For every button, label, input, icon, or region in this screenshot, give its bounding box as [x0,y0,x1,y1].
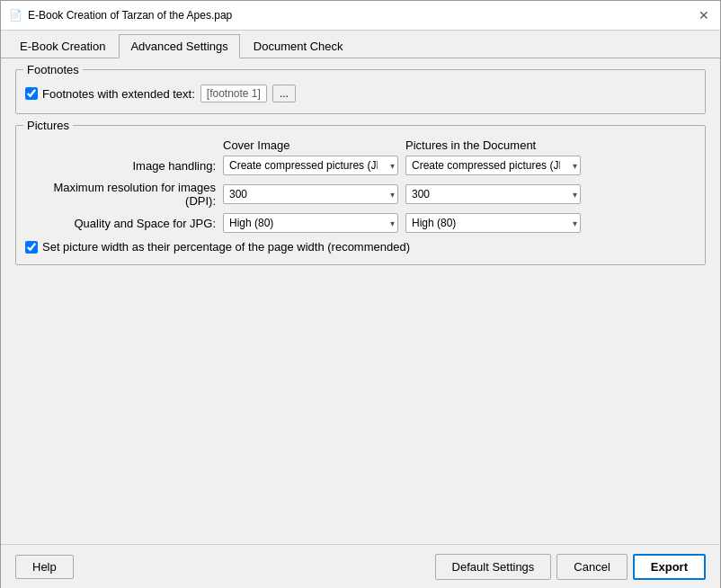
quality-space-cover-select[interactable]: Low (20) Medium (50) High (80) Maximum (… [223,213,398,233]
footnote-tag: [footnote 1] [200,85,267,102]
quality-space-doc-select[interactable]: Low (20) Medium (50) High (80) Maximum (… [405,213,581,233]
max-resolution-cover-select[interactable]: 72 96 150 300 600 [223,184,398,204]
max-resolution-doc-wrapper: 72 96 150 300 600 ▾ [405,184,581,204]
tab-advanced-settings[interactable]: Advanced Settings [119,34,239,58]
window-icon: 📄 [8,8,22,22]
title-bar: 📄 E-Book Creation of Tarzan of the Apes.… [1,1,720,31]
window-title: E-Book Creation of Tarzan of the Apes.pa… [28,9,232,22]
footer: Help Default Settings Cancel Export [1,544,720,588]
title-bar-left: 📄 E-Book Creation of Tarzan of the Apes.… [8,8,232,22]
picture-width-label[interactable]: Set picture width as their percentage of… [25,240,410,254]
footnotes-content: Footnotes with extended text: [footnote … [25,85,696,102]
main-window: 📄 E-Book Creation of Tarzan of the Apes.… [0,0,721,588]
tab-ebook-creation[interactable]: E-Book Creation [8,34,117,58]
tab-bar: E-Book Creation Advanced Settings Docume… [1,31,720,58]
footnotes-checkbox-label[interactable]: Footnotes with extended text: [25,87,195,101]
image-handling-doc-select[interactable]: Create compressed pictures (JPG) Keep or… [405,156,581,175]
max-resolution-row: Maximum resolution for images (DPI): 72 … [25,181,696,208]
max-resolution-cover-wrapper: 72 96 150 300 600 ▾ [223,184,398,204]
footnotes-row: Footnotes with extended text: [footnote … [25,85,696,102]
max-resolution-label: Maximum resolution for images (DPI): [25,181,223,208]
footnotes-label-text: Footnotes with extended text: [42,87,195,101]
picture-width-checkbox[interactable] [25,241,38,254]
max-resolution-doc-select[interactable]: 72 96 150 300 600 [405,184,581,204]
footnotes-group: Footnotes Footnotes with extended text: … [15,69,706,114]
image-handling-cover-wrapper: Create compressed pictures (JPG) Keep or… [223,156,398,175]
picture-width-text: Set picture width as their percentage of… [42,240,410,254]
footnotes-ellipsis-button[interactable]: ... [272,85,296,102]
content-area: Footnotes Footnotes with extended text: … [1,58,720,544]
image-handling-doc-wrapper: Create compressed pictures (JPG) Keep or… [405,156,581,175]
pictures-group: Pictures Cover Image Pictures in the Doc… [15,125,706,265]
export-button[interactable]: Export [633,554,706,580]
quality-space-row: Quality and Space for JPG: Low (20) Medi… [25,213,696,233]
footer-right: Default Settings Cancel Export [435,554,706,580]
default-settings-button[interactable]: Default Settings [435,554,552,580]
quality-space-label: Quality and Space for JPG: [25,217,223,230]
pictures-content: Cover Image Pictures in the Document Ima… [25,138,696,254]
help-button[interactable]: Help [15,555,74,579]
col-header-doc: Pictures in the Document [405,138,581,152]
image-handling-label: Image handling: [25,159,223,173]
image-handling-row: Image handling: Create compressed pictur… [25,156,696,175]
pictures-title: Pictures [23,119,73,132]
tab-document-check[interactable]: Document Check [242,34,355,58]
close-button[interactable]: ✕ [695,6,713,24]
footer-left: Help [15,555,74,579]
image-handling-cover-select[interactable]: Create compressed pictures (JPG) Keep or… [223,156,398,175]
footnotes-checkbox[interactable] [25,87,38,100]
picture-width-row: Set picture width as their percentage of… [25,240,696,254]
quality-space-cover-wrapper: Low (20) Medium (50) High (80) Maximum (… [223,213,398,233]
cancel-button[interactable]: Cancel [556,554,627,580]
pictures-header-row: Cover Image Pictures in the Document [223,138,696,152]
quality-space-doc-wrapper: Low (20) Medium (50) High (80) Maximum (… [405,213,581,233]
col-header-cover: Cover Image [223,138,398,152]
footnotes-title: Footnotes [23,63,83,76]
